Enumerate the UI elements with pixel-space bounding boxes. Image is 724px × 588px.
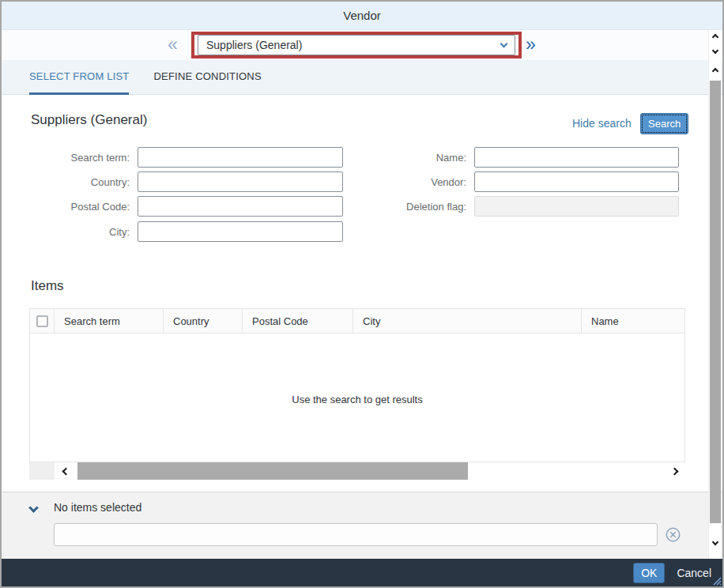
form-row: Search term: Name: [2,147,724,168]
deletion-flag-label: Deletion flag: [341,201,466,213]
vendor-input[interactable] [474,172,679,192]
tab-select-from-list[interactable]: SELECT FROM LIST [29,60,129,95]
vertical-scrollbar [708,30,721,559]
cancel-button[interactable]: Cancel [677,567,711,579]
vendor-value-help-dialog: Vendor « Suppliers (General) » SELECT FR… [0,0,724,588]
column-header-country[interactable]: Country [164,309,243,333]
search-term-input[interactable] [138,147,343,168]
resize-grip-icon[interactable] [711,575,722,586]
postal-code-label: Postal Code: [17,201,130,213]
deletion-flag-input [474,196,679,217]
items-table-body: Use the search to get results [29,334,685,462]
vertical-scroll-thumb[interactable] [710,81,721,523]
clear-selection-icon[interactable] [666,527,681,542]
collapse-panel-chevron-icon[interactable] [28,503,39,513]
column-header-search-term[interactable]: Search term [55,309,164,333]
chevron-down-icon [500,40,508,47]
items-table: Search term Country Postal Code City Nam… [29,308,685,480]
search-button[interactable]: Search [640,113,688,134]
collection-select-value: Suppliers (General) [206,39,501,51]
column-header-postal-code[interactable]: Postal Code [243,309,353,333]
ok-button[interactable]: OK [633,563,665,583]
selected-tokens-input[interactable] [54,523,658,546]
country-label: Country: [17,176,130,188]
items-table-header: Search term Country Postal Code City Nam… [29,308,685,334]
previous-collection-icon[interactable]: « [168,34,178,55]
horizontal-scroll-thumb[interactable] [77,462,468,480]
city-input[interactable] [138,221,343,242]
select-all-cell [30,309,55,333]
scrollbar-corner [29,462,55,480]
postal-code-input[interactable] [138,196,343,217]
inner-scroll-up-icon[interactable] [709,32,722,43]
scroll-left-icon[interactable] [55,462,77,480]
column-header-city[interactable]: City [353,309,582,333]
country-input[interactable] [138,172,343,192]
city-label: City: [17,226,130,238]
name-input[interactable] [474,147,679,168]
collection-select-combobox[interactable]: Suppliers (General) [198,35,515,55]
dialog-header: Vendor [2,2,722,30]
main-content: Suppliers (General) Hide search Search S… [2,95,722,492]
scroll-down-icon[interactable] [709,537,722,548]
scroll-right-icon[interactable] [663,462,685,480]
column-header-name[interactable]: Name [582,309,684,333]
scroll-up-icon[interactable] [709,66,722,77]
hide-search-link[interactable]: Hide search [572,117,632,130]
select-all-checkbox[interactable] [36,315,48,327]
selection-status-text: No items selected [54,501,141,514]
no-data-message: Use the search to get results [30,394,684,405]
form-row: City: [2,221,724,242]
horizontal-scroll-track[interactable] [77,462,663,480]
form-row: Postal Code: Deletion flag: [2,196,724,217]
selection-panel: No items selected [2,492,722,559]
vendor-label: Vendor: [341,176,466,188]
annotation-highlight-box: Suppliers (General) [191,32,522,58]
tab-define-conditions[interactable]: DEFINE CONDITIONS [153,60,261,95]
name-label: Name: [341,152,466,164]
items-section-title: Items [31,278,64,294]
horizontal-scrollbar [29,462,685,480]
search-section-title: Suppliers (General) [31,112,147,128]
dialog-title: Vendor [343,9,381,22]
tab-strip: SELECT FROM LIST DEFINE CONDITIONS [2,60,722,95]
form-row: Country: Vendor: [2,172,724,192]
collection-nav-row: « Suppliers (General) » [2,30,722,60]
next-collection-icon[interactable]: » [526,34,536,55]
inner-scroll-down-icon[interactable] [709,45,722,56]
search-term-label: Search term: [17,152,130,164]
dialog-footer: OK Cancel [2,559,722,586]
